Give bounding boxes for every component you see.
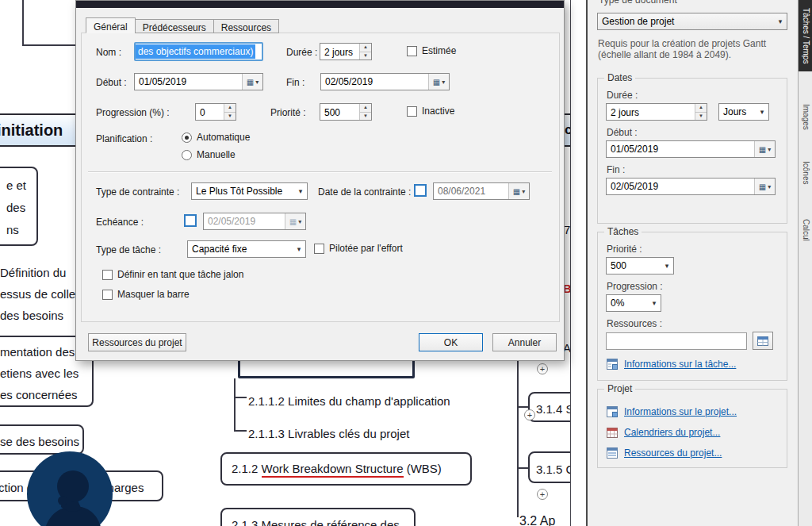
spin-down-icon[interactable]: ▼ — [360, 112, 371, 121]
estimee-checkbox[interactable]: Estimée — [407, 45, 456, 56]
pilotee-effort-checkbox[interactable]: Pilotée par l'effort — [314, 243, 403, 254]
project-info-link[interactable]: Informations sur le projet... — [624, 406, 737, 417]
progression-label: Progression : — [607, 281, 779, 292]
side-tab-label: Calcul — [802, 219, 810, 241]
checkbox-label: Masquer la barre — [117, 289, 190, 300]
planification-manuelle-radio[interactable]: Manuelle — [182, 149, 236, 160]
start-date-field[interactable]: 01/05/2019 ▦▾ — [134, 73, 263, 90]
mindmap-node-315[interactable]: 3.1.5 C — [528, 451, 571, 483]
spin-down-icon[interactable]: ▼ — [360, 52, 371, 60]
calendar-icon: ▦ — [513, 187, 520, 196]
task-name-input[interactable]: des objectifs commerciaux) — [134, 42, 263, 61]
deadline-checkbox[interactable] — [184, 214, 197, 227]
constraint-type-combobox[interactable]: Le Plus Tôt Possible ▾ — [191, 182, 308, 200]
calendar-picker-button[interactable]: ▦▾ — [508, 183, 529, 199]
project-calendars-link[interactable]: Calendriers du projet... — [624, 427, 720, 438]
tab-general[interactable]: Général — [86, 17, 136, 33]
spinner-buttons[interactable]: ▲▼ — [359, 44, 371, 60]
spin-up-icon[interactable]: ▲ — [360, 104, 371, 112]
priority-value: 500 — [607, 260, 661, 271]
deadline-date-field[interactable]: 02/05/2019 ▦▾ — [203, 213, 306, 230]
connector-line — [234, 430, 247, 432]
progression-spinner[interactable]: 0 ▲▼ — [195, 103, 236, 121]
checkbox-label: Inactive — [422, 106, 454, 117]
panel-start-date-field[interactable]: 01/05/2019 ▦▾ — [606, 140, 776, 158]
spin-down-icon[interactable]: ▼ — [224, 112, 236, 121]
end-date-field[interactable]: 02/05/2019 ▦▾ — [320, 73, 450, 90]
constraint-date-checkbox[interactable] — [414, 184, 427, 197]
side-tab-label: Images — [802, 104, 810, 130]
panel-end-date-field[interactable]: 02/05/2019 ▦▾ — [606, 178, 776, 195]
checkbox-label: Estimée — [422, 45, 456, 56]
spin-down-icon[interactable]: ▼ — [695, 112, 707, 121]
calendar-picker-button[interactable]: ▦▾ — [242, 74, 262, 90]
debut-label: Début : — [607, 127, 779, 138]
duration-spinner[interactable]: 2 jours ▲▼ — [320, 43, 372, 60]
node-label: (WBS) — [404, 462, 442, 475]
calendar-picker-button[interactable]: ▦▾ — [754, 141, 775, 157]
panel-progression-combobox[interactable]: 0% ▾ — [606, 294, 661, 312]
cancel-button[interactable]: Annuler — [492, 333, 557, 351]
mindmap-node-clipped-left-1[interactable]: e et des ns — [0, 167, 38, 246]
project-resources-button[interactable]: Ressources du projet — [88, 333, 186, 351]
masquer-barre-checkbox[interactable]: Masquer la barre — [102, 289, 190, 300]
duration-unit-combobox[interactable]: Jours ▾ — [718, 103, 769, 121]
duration-value: 2 jours — [607, 104, 695, 120]
jalon-checkbox[interactable]: Définir en tant que tâche jalon — [102, 269, 243, 280]
task-type-value: Capacité fixe — [188, 244, 293, 255]
inactive-checkbox[interactable]: Inactive — [407, 106, 454, 117]
expand-node-button[interactable]: + — [537, 363, 548, 374]
doc-type-label: Type de document — [599, 0, 677, 6]
calendar-picker-button[interactable]: ▦▾ — [754, 179, 775, 194]
resources-picker-button[interactable] — [753, 332, 773, 350]
chevron-down-icon: ▾ — [661, 262, 673, 270]
side-tab-taches-temps[interactable]: Tâches / Temps — [799, 0, 812, 71]
planification-automatique-radio[interactable]: Automatique — [182, 132, 250, 143]
task-info-link[interactable]: Informations sur la tâche... — [624, 359, 736, 370]
expand-node-button[interactable]: + — [524, 409, 535, 420]
chevron-down-icon: ▾ — [442, 79, 445, 86]
mindmap-node-32[interactable]: 3.2 Ap — [519, 510, 555, 526]
constraint-type-value: Le Plus Tôt Possible — [192, 186, 294, 197]
node-label: 3.1.5 C — [536, 463, 571, 476]
tab-predecesseurs[interactable]: Prédécesseurs — [135, 19, 214, 33]
mindmap-node-livrables[interactable]: 2.1.1.3 Livrables clés du projet — [248, 423, 409, 444]
doc-type-combobox[interactable]: Gestion de projet ▾ — [597, 13, 787, 30]
priority-spinner[interactable]: 500 ▲▼ — [320, 103, 372, 121]
ok-button[interactable]: OK — [419, 333, 483, 351]
calendar-picker-button[interactable]: ▦▾ — [285, 213, 305, 229]
chevron-down-icon: ▾ — [293, 245, 305, 253]
tab-ressources[interactable]: Ressources — [213, 19, 279, 33]
panel-duration-spinner[interactable]: 2 jours ▲▼ — [606, 103, 707, 121]
node-label: se des besoins — [0, 435, 79, 448]
resources-input[interactable] — [606, 332, 747, 350]
node-label: 2.1.3 Mesures de référence des — [232, 518, 400, 526]
side-tab-calcul[interactable]: Calcul — [799, 209, 812, 251]
side-tab-images[interactable]: Images — [799, 95, 812, 138]
mindmap-node-wbs[interactable]: 2.1.2 Work Breakdown Structure (WBS) — [220, 452, 472, 486]
panel-priority-combobox[interactable]: 500 ▾ — [606, 257, 674, 275]
spin-up-icon[interactable]: ▲ — [360, 44, 371, 52]
expand-node-button[interactable]: + — [537, 489, 548, 500]
mindmap-node-mesures[interactable]: 2.1.3 Mesures de référence des — [220, 508, 416, 526]
deadline-date-value: 02/05/2019 — [204, 216, 285, 227]
spin-up-icon[interactable]: ▲ — [695, 104, 707, 112]
spin-up-icon[interactable]: ▲ — [224, 104, 236, 112]
spinner-buttons[interactable]: ▲▼ — [224, 104, 236, 120]
duree-label: Durée : — [286, 47, 317, 59]
mindmap-node-limites[interactable]: 2.1.1.2 Limites du champ d'application — [248, 390, 450, 412]
calendar-picker-button[interactable]: ▦▾ — [428, 74, 449, 90]
spinner-buttons[interactable]: ▲▼ — [695, 104, 707, 120]
project-resources-link[interactable]: Ressources du projet... — [624, 447, 722, 459]
node-label: initiation — [0, 121, 63, 140]
side-tab-icones[interactable]: Icônes — [799, 152, 812, 194]
spinner-buttons[interactable]: ▲▼ — [359, 104, 371, 120]
calendar-icon: ▦ — [433, 78, 440, 86]
plus-icon: + — [540, 364, 545, 374]
dates-group: Dates Durée : 2 jours ▲▼ Jours ▾ Début :… — [597, 78, 787, 224]
mindmap-node-definition[interactable]: Définition du essus de collec des besoin… — [0, 262, 82, 326]
node-label: 3.2 Ap — [519, 514, 555, 526]
constraint-date-field[interactable]: 08/06/2021 ▦▾ — [433, 182, 530, 200]
task-type-combobox[interactable]: Capacité fixe ▾ — [187, 240, 306, 258]
dialog-titlebar[interactable] — [76, 1, 564, 8]
